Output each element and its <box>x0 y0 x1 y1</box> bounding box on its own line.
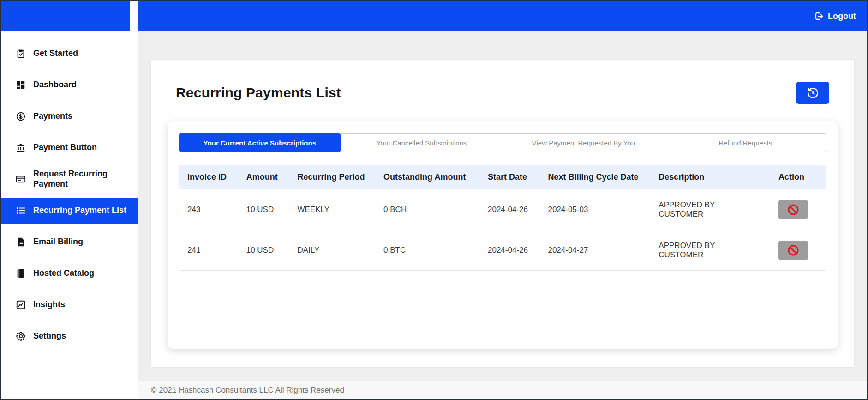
panel-header: Recurring Payments List <box>168 82 838 104</box>
column-header-description: Description <box>650 165 770 189</box>
cancel-subscription-button[interactable] <box>778 241 808 260</box>
sidebar-item-settings[interactable]: Settings <box>1 323 138 349</box>
table-row: 243 10 USD WEEKLY 0 BCH 2024-04-26 2024-… <box>179 189 826 230</box>
cancel-subscription-button[interactable] <box>778 200 808 219</box>
sidebar-item-label: Hosted Catalog <box>33 268 94 279</box>
sidebar-item-recurring-payment-list[interactable]: Recurring Payment List <box>1 198 138 224</box>
tab-bar: Your Current Active Subscriptions Your C… <box>179 133 826 152</box>
sidebar-item-hosted-catalog[interactable]: Hosted Catalog <box>1 261 138 286</box>
list-icon <box>16 206 26 216</box>
sidebar-item-payments[interactable]: Payments <box>1 103 138 129</box>
sidebar-item-label: Payment Button <box>33 143 97 153</box>
subscriptions-table: Invoice ID Amount Recurring Period Outst… <box>179 165 826 271</box>
sidebar-item-get-started[interactable]: Get Started <box>1 41 138 67</box>
cell-description: APPROVED BY CUSTOMER <box>650 230 770 271</box>
sidebar-item-label: Get Started <box>33 48 78 59</box>
sidebar: Get Started Dashboard Payments Payment B… <box>1 1 138 399</box>
sidebar-item-label: Email Billing <box>33 237 83 247</box>
subscriptions-card: Your Current Active Subscriptions Your C… <box>168 121 838 349</box>
tab-cancelled-subscriptions[interactable]: Your Cancelled Subscriptions <box>341 133 503 152</box>
recurring-payments-panel: Recurring Payments List Your Current Act… <box>150 59 855 368</box>
cell-invoice-id: 243 <box>179 189 238 230</box>
column-header-start-date: Start Date <box>479 165 539 189</box>
bank-icon <box>16 143 26 153</box>
tab-current-active-subscriptions[interactable]: Your Current Active Subscriptions <box>179 133 341 152</box>
sidebar-item-request-recurring-payment[interactable]: Request Recurring Payment <box>1 166 138 192</box>
table-row: 241 10 USD DAILY 0 BTC 2024-04-26 2024-0… <box>179 230 826 271</box>
sidebar-item-label: Insights <box>33 300 65 310</box>
document-icon <box>16 237 26 247</box>
cell-invoice-id: 241 <box>179 230 238 271</box>
sidebar-item-label: Settings <box>33 331 66 341</box>
book-icon <box>16 268 26 279</box>
sidebar-item-payment-button[interactable]: Payment Button <box>1 135 138 161</box>
cell-amount: 10 USD <box>238 230 289 271</box>
column-header-next-billing-cycle-date: Next Billing Cycle Date <box>539 165 650 189</box>
column-header-amount: Amount <box>238 165 289 189</box>
cell-start-date: 2024-04-26 <box>479 189 539 230</box>
column-header-action: Action <box>770 165 826 189</box>
sidebar-item-email-billing[interactable]: Email Billing <box>1 229 138 255</box>
app-window: Get Started Dashboard Payments Payment B… <box>1 1 867 399</box>
cell-recurring-period: WEEKLY <box>289 189 375 230</box>
sidebar-item-label: Recurring Payment List <box>33 206 126 216</box>
prohibition-icon <box>787 203 800 216</box>
main-area: Logout Recurring Payments List Your Curr… <box>138 1 867 399</box>
logout-button[interactable]: Logout <box>814 11 856 21</box>
tab-view-payment-requested-by-you[interactable]: View Payment Requested By You <box>503 133 665 152</box>
clock-history-icon <box>807 87 819 99</box>
cell-recurring-period: DAILY <box>289 230 375 271</box>
gear-icon <box>16 331 26 341</box>
column-header-outstanding-amount: Outstanding Amount <box>375 165 479 189</box>
clipboard-check-icon <box>16 48 26 59</box>
cell-description: APPROVED BY CUSTOMER <box>650 189 770 230</box>
sidebar-item-label: Dashboard <box>33 80 77 90</box>
footer: © 2021 Hashcash Consultants LLC All Righ… <box>138 381 867 399</box>
sidebar-item-label: Request Recurring Payment <box>33 169 138 189</box>
topbar: Logout <box>138 1 867 31</box>
cell-next-billing-cycle-date: 2024-05-03 <box>539 189 650 230</box>
cell-next-billing-cycle-date: 2024-04-27 <box>539 230 650 271</box>
table-header-row: Invoice ID Amount Recurring Period Outst… <box>179 165 826 189</box>
copyright-text: © 2021 Hashcash Consultants LLC All Righ… <box>151 386 344 395</box>
cell-start-date: 2024-04-26 <box>479 230 539 271</box>
cell-action <box>770 189 826 230</box>
logout-label: Logout <box>828 12 856 21</box>
column-header-recurring-period: Recurring Period <box>289 165 375 189</box>
dashboard-grid-icon <box>16 80 26 90</box>
cell-outstanding-amount: 0 BCH <box>375 189 479 230</box>
prohibition-icon <box>787 244 800 257</box>
brand-logo <box>1 1 130 31</box>
sidebar-nav: Get Started Dashboard Payments Payment B… <box>1 31 138 349</box>
page-title: Recurring Payments List <box>176 85 341 101</box>
box-arrow-right-icon <box>814 11 824 21</box>
credit-card-icon <box>16 174 26 184</box>
content: Recurring Payments List Your Current Act… <box>138 31 867 381</box>
dollar-circle-icon <box>16 111 26 121</box>
chart-icon <box>16 300 26 310</box>
tab-refund-requests[interactable]: Refund Requests <box>664 133 826 152</box>
history-button[interactable] <box>796 82 829 104</box>
cell-amount: 10 USD <box>238 189 289 230</box>
column-header-invoice-id: Invoice ID <box>179 165 238 189</box>
cell-action <box>770 230 826 271</box>
cell-outstanding-amount: 0 BTC <box>375 230 479 271</box>
sidebar-item-insights[interactable]: Insights <box>1 292 138 318</box>
sidebar-item-label: Payments <box>33 111 72 121</box>
sidebar-item-dashboard[interactable]: Dashboard <box>1 72 138 98</box>
